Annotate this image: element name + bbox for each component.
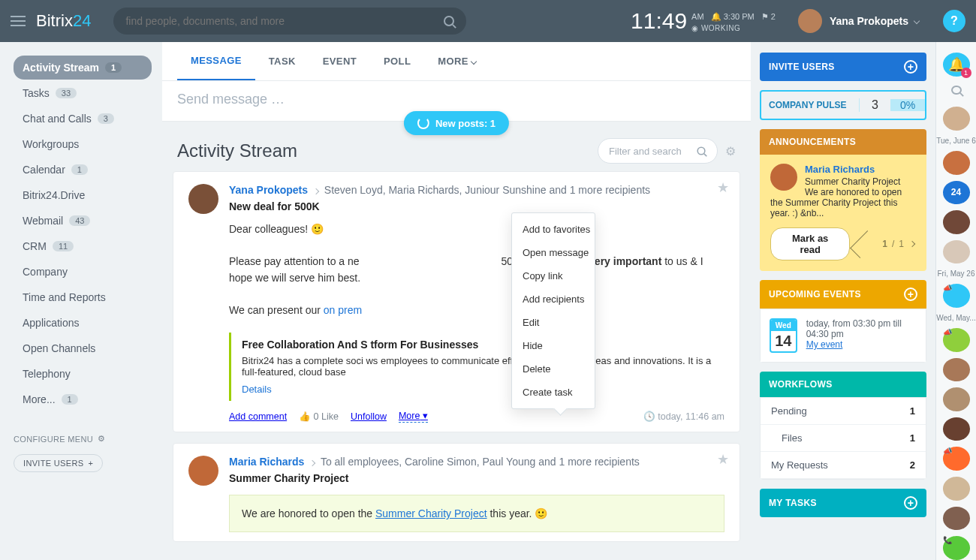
spinner-icon [417, 117, 429, 129]
sidebar-item[interactable]: More...1 [14, 387, 152, 411]
menu-item[interactable]: Hide [512, 334, 595, 357]
sidebar-item[interactable]: Company [14, 260, 152, 284]
search-icon[interactable] [444, 16, 454, 26]
notifications-icon[interactable]: 🔔 [943, 53, 970, 77]
my-tasks-header[interactable]: MY TASKS+ [760, 489, 926, 517]
announcement-pager[interactable]: 1 / 1 [850, 237, 916, 251]
details-link[interactable]: Details [242, 384, 272, 395]
invite-users-panel[interactable]: INVITE USERS+ [760, 53, 926, 81]
composer[interactable]: Send message … New posts: 1 [162, 81, 751, 122]
unfollow-link[interactable]: Unfollow [351, 411, 387, 422]
megaphone-icon[interactable]: 📣 [943, 447, 970, 471]
workflows-header: WORKFLOWS [760, 372, 926, 397]
sidebar-item[interactable]: Activity Stream1 [14, 56, 152, 80]
tab-message[interactable]: MESSAGE [177, 42, 255, 80]
menu-item[interactable]: Add recipients [512, 288, 595, 311]
post-title: New deal for 500K [229, 200, 724, 212]
chevron-down-icon [914, 18, 920, 24]
mark-as-read-button[interactable]: Mark as read [770, 227, 850, 260]
phone-icon[interactable]: 📞 [943, 536, 970, 560]
sidebar-item[interactable]: Calendar1 [14, 158, 152, 182]
bitrix24-icon[interactable]: 24 [943, 181, 970, 205]
menu-item[interactable]: Open message [512, 241, 595, 264]
tab-poll[interactable]: POLL [370, 42, 424, 80]
sidebar-item[interactable]: Telephony [14, 362, 152, 386]
sidebar-item[interactable]: Tasks33 [14, 81, 152, 105]
search-icon[interactable] [951, 86, 962, 95]
menu-item[interactable]: Delete [512, 357, 595, 381]
contact-avatar[interactable] [943, 240, 970, 264]
sidebar-item[interactable]: Workgroups [14, 132, 152, 156]
plus-icon[interactable]: + [904, 496, 917, 510]
sidebar-item[interactable]: Chat and Calls3 [14, 107, 152, 131]
workflow-row[interactable]: Files1 [761, 425, 926, 452]
chevron-right-icon [309, 460, 315, 466]
contact-avatar[interactable] [943, 210, 970, 234]
like-button[interactable]: 👍 0 Like [299, 411, 339, 422]
tab-task[interactable]: TASK [255, 42, 309, 80]
avatar[interactable] [188, 456, 218, 486]
feed-post: ★ Yana Prokopets Steven Loyd, Maria Rich… [173, 171, 740, 432]
contact-avatar[interactable] [943, 417, 970, 441]
tab-more[interactable]: MORE [424, 42, 491, 80]
star-icon[interactable]: ★ [717, 179, 729, 196]
avatar [798, 9, 822, 33]
invite-users-button[interactable]: INVITE USERS + [14, 454, 103, 472]
megaphone-icon[interactable]: 📣 [943, 284, 970, 308]
menu-item[interactable]: Copy link [512, 264, 595, 288]
more-link[interactable]: More ▾ [399, 410, 428, 423]
post-author[interactable]: Yana Prokopets [229, 184, 308, 196]
sidebar-item[interactable]: CRM11 [14, 234, 152, 258]
upcoming-events-header[interactable]: UPCOMING EVENTS+ [760, 280, 926, 309]
workflow-row[interactable]: My Requests2 [761, 452, 926, 479]
sidebar-item[interactable]: Time and Reports [14, 285, 152, 309]
workflow-row[interactable]: Pending1 [761, 398, 926, 425]
inline-link[interactable]: Summer Charity Project [375, 507, 487, 519]
inline-link[interactable]: on prem [324, 304, 362, 316]
filter-input[interactable]: Filter and search [598, 138, 718, 164]
menu-item[interactable]: Edit [512, 311, 595, 334]
event-link[interactable]: My event [806, 339, 843, 350]
sidebar-item[interactable]: Open Channels [14, 336, 152, 360]
tab-event[interactable]: EVENT [309, 42, 370, 80]
avatar[interactable] [188, 184, 218, 214]
global-search[interactable] [113, 8, 466, 35]
search-input[interactable] [125, 15, 444, 27]
sidebar-item[interactable]: Webmail43 [14, 209, 152, 233]
plus-icon[interactable]: + [904, 288, 917, 301]
contact-avatar[interactable] [943, 358, 970, 382]
star-icon[interactable]: ★ [717, 451, 729, 468]
avatar [770, 164, 797, 191]
configure-menu-link[interactable]: CONFIGURE MENU ⚙ [14, 434, 152, 444]
menu-item[interactable]: Add to favorites [512, 218, 595, 241]
link-preview: Free Collaboration And S tform For Busin… [229, 333, 724, 401]
help-button[interactable]: ? [943, 10, 965, 32]
megaphone-icon[interactable]: 📣 [943, 328, 970, 352]
post-timestamp: 🕓 today, 11:46 am [643, 411, 724, 422]
contact-avatar[interactable] [943, 477, 970, 501]
user-menu[interactable]: Yana Prokopets [798, 9, 920, 33]
highlight-box: We are honored to open the Summer Charit… [229, 495, 724, 532]
plus-icon[interactable]: + [904, 60, 917, 74]
post-title: Summer Charity Project [229, 472, 724, 484]
gear-icon[interactable]: ⚙ [725, 144, 736, 158]
contact-avatar[interactable] [943, 107, 970, 131]
page-title: Activity Stream [177, 140, 598, 161]
contact-avatar[interactable] [943, 151, 970, 175]
menu-toggle-icon[interactable] [11, 16, 26, 26]
chevron-right-icon [313, 188, 319, 194]
post-author[interactable]: Maria Richards [229, 456, 304, 468]
feed-post: ★ Maria Richards To all employees, Carol… [173, 443, 740, 542]
search-icon [697, 146, 705, 155]
sidebar-item[interactable]: Applications [14, 311, 152, 335]
announcements-header: ANNOUNCEMENTS [760, 129, 926, 155]
company-pulse-widget[interactable]: COMPANY PULSE 3 0% [760, 90, 926, 120]
menu-item[interactable]: Create task [512, 381, 595, 404]
date-chip: Wed14 [770, 318, 797, 353]
contact-avatar[interactable] [943, 387, 970, 411]
clock-widget[interactable]: 11:49 AM 🔔 3:30 PM ⚑ 2 ◉ WORKING [631, 8, 776, 34]
sidebar-item[interactable]: Bitrix24.Drive [14, 183, 152, 207]
contact-avatar[interactable] [943, 507, 970, 531]
add-comment-link[interactable]: Add comment [229, 411, 287, 422]
new-posts-pill[interactable]: New posts: 1 [404, 111, 509, 135]
